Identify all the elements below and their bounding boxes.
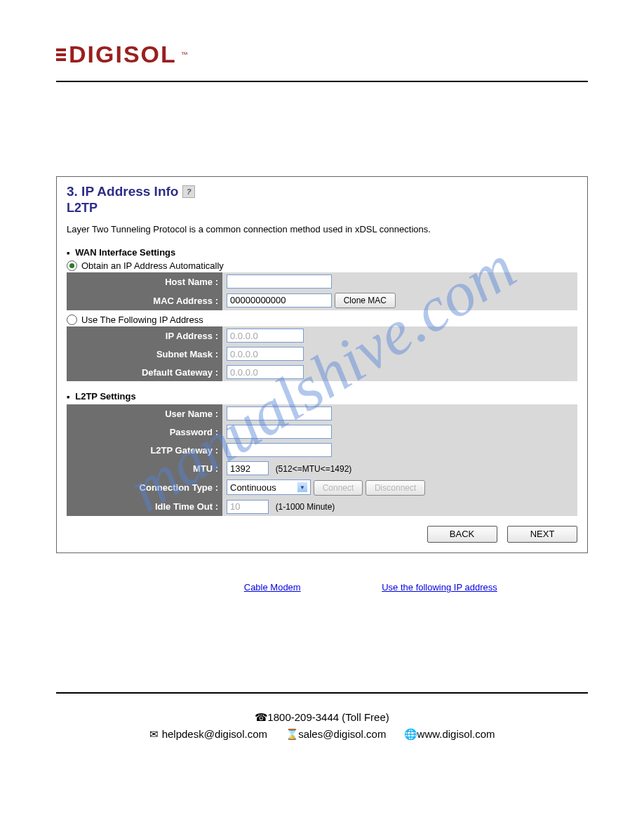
wan-settings-heading: WAN Interface Settings <box>67 247 577 258</box>
radio-auto-ip[interactable] <box>67 260 77 271</box>
mtu-hint: (512<=MTU<=1492) <box>276 464 352 474</box>
top-divider <box>56 81 588 82</box>
mail-icon: ✉ <box>149 726 159 743</box>
footer-phone: 1800-209-3444 (Toll Free) <box>267 711 389 723</box>
static-ip-link[interactable]: Use the following IP address <box>382 582 497 593</box>
section-title: 2-5-5 Setup procedure for 'L2TP': <box>56 124 588 138</box>
phone-icon: ☎ <box>255 709 264 726</box>
pass-label: Password : <box>67 423 222 441</box>
footer-web: www.digisol.com <box>417 728 495 740</box>
l2tp-settings-heading: L2TP Settings <box>67 391 577 402</box>
bottom-divider <box>56 692 588 694</box>
idle-label: Idle Time Out : <box>67 498 222 516</box>
chevron-down-icon: ▼ <box>297 482 307 492</box>
radio-auto-label: Obtain an IP Address Automatically <box>81 260 224 271</box>
static-ip-table: IP Address : Subnet Mask : Default Gatew… <box>67 326 577 381</box>
mtu-label: MTU : <box>67 459 222 477</box>
password-input[interactable] <box>227 425 332 439</box>
back-button[interactable]: BACK <box>427 526 497 543</box>
logo-bars-icon <box>56 48 66 61</box>
conn-label: Connection Type : <box>67 477 222 498</box>
brand-logo: DIGISOL ™ <box>56 41 588 68</box>
mask-label: Subnet Mask : <box>67 345 222 363</box>
connection-type-select[interactable]: Continuous ▼ <box>227 479 311 495</box>
user-label: User Name : <box>67 404 222 423</box>
footer: ☎ 1800-209-3444 (Toll Free) ✉ helpdesk@d… <box>56 709 588 743</box>
panel-desc: Layer Two Tunneling Protocol is a common… <box>67 224 577 234</box>
below-text-mid: ' section above), or ' <box>301 582 382 593</box>
gw-input[interactable] <box>227 365 304 379</box>
page-number: 39 <box>56 695 588 705</box>
l2tp-gateway-input[interactable] <box>227 443 332 457</box>
mac-label: MAC Address : <box>67 291 222 310</box>
idle-input[interactable] <box>227 500 269 514</box>
auto-ip-table: Host Name : MAC Address : Clone MAC <box>67 272 577 310</box>
gw-label: Default Gateway : <box>67 363 222 381</box>
cable-modem-link[interactable]: Cable Modem <box>244 582 301 593</box>
panel-heading: 3. IP Address Info <box>67 184 178 199</box>
ip-input[interactable] <box>227 329 304 343</box>
connection-type-value: Continuous <box>230 482 276 493</box>
footer-email1: helpdesk@digisol.com <box>162 728 267 740</box>
clone-mac-button[interactable]: Clone MAC <box>335 293 396 308</box>
mask-input[interactable] <box>227 347 304 361</box>
user-input[interactable] <box>227 406 332 421</box>
manual-header: DG-BR4000N/E User Manual <box>56 85 588 95</box>
ip-label: IP Address : <box>67 326 222 345</box>
help-icon[interactable]: ? <box>182 185 195 198</box>
mtu-input[interactable] <box>227 461 269 475</box>
disconnect-button[interactable]: Disconnect <box>365 480 425 496</box>
footer-email2: sales@digisol.com <box>298 728 386 740</box>
l2tp-table: User Name : Password : L2TP Gateway : MT… <box>67 404 577 516</box>
config-panel: 3. IP Address Info ? L2TP Layer Two Tunn… <box>56 176 588 553</box>
radio-static-label: Use The Following IP Address <box>81 315 203 325</box>
mac-input[interactable] <box>227 293 332 307</box>
section-intro: L2TP is another popular connection metho… <box>56 143 588 164</box>
radio-static-ip[interactable] <box>67 315 77 325</box>
below-paragraph: Please select the type of how you obtain… <box>56 567 588 609</box>
host-name-label: Host Name : <box>67 272 222 291</box>
connect-button[interactable]: Connect <box>314 480 363 496</box>
host-name-input[interactable] <box>227 274 332 289</box>
panel-subheading: L2TP <box>67 201 577 216</box>
next-button[interactable]: NEXT <box>507 526 577 543</box>
globe-icon: 🌐 <box>404 726 414 743</box>
hourglass-icon: ⌛ <box>286 726 295 743</box>
brand-text: DIGISOL <box>69 41 177 68</box>
l2tpgw-label: L2TP Gateway : <box>67 441 222 459</box>
idle-hint: (1-1000 Minute) <box>276 502 335 512</box>
